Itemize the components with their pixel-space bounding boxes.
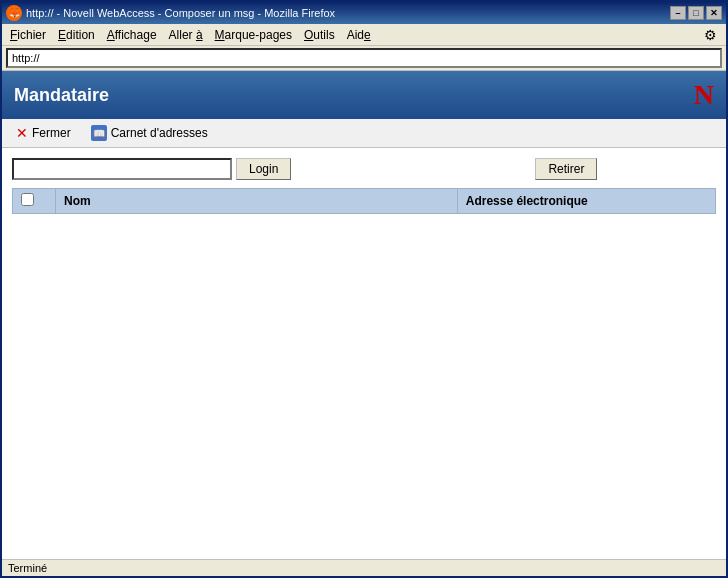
nom-column-header: Nom (56, 189, 458, 214)
close-button[interactable]: ✕ (706, 6, 722, 20)
maximize-button[interactable]: □ (688, 6, 704, 20)
mandataire-table: Nom Adresse électronique (12, 188, 716, 214)
toolbar: ✕ Fermer 📖 Carnet d'adresses (2, 119, 726, 148)
retirer-button[interactable]: Retirer (535, 158, 597, 180)
menu-affichage[interactable]: Affichage (101, 26, 163, 44)
gear-icon: ⚙ (700, 25, 720, 45)
close-icon: ✕ (16, 125, 28, 141)
checkbox-column-header (13, 189, 56, 214)
menu-aide[interactable]: Aide (341, 26, 377, 44)
menu-edition[interactable]: Edition (52, 26, 101, 44)
status-bar: Terminé (2, 559, 726, 576)
select-all-checkbox[interactable] (21, 193, 34, 206)
status-text: Terminé (8, 562, 47, 574)
search-input[interactable] (12, 158, 232, 180)
minimize-button[interactable]: – (670, 6, 686, 20)
close-button[interactable]: ✕ Fermer (10, 123, 77, 143)
address-book-button[interactable]: 📖 Carnet d'adresses (85, 123, 214, 143)
search-row: Login Retirer (12, 158, 716, 180)
close-label: Fermer (32, 126, 71, 140)
window-title: http:// - Novell WebAccess - Composer un… (26, 7, 335, 19)
window-controls: – □ ✕ (670, 6, 722, 20)
menu-fichier[interactable]: Fichier (4, 26, 52, 44)
address-book-icon: 📖 (91, 125, 107, 141)
menu-outils[interactable]: Outils (298, 26, 341, 44)
firefox-icon: 🦊 (6, 5, 22, 21)
url-input[interactable] (6, 48, 722, 68)
url-bar (2, 46, 726, 71)
menu-bar-right: ⚙ (700, 25, 724, 45)
address-book-label: Carnet d'adresses (111, 126, 208, 140)
menu-marque-pages[interactable]: Marque-pages (209, 26, 298, 44)
email-column-header: Adresse électronique (457, 189, 715, 214)
menu-bar: Fichier Edition Affichage Aller à Marque… (2, 24, 726, 46)
title-bar-left: 🦊 http:// - Novell WebAccess - Composer … (6, 5, 335, 21)
menu-aller[interactable]: Aller à (163, 26, 209, 44)
page-header: Mandataire N (2, 71, 726, 119)
novell-logo: N (694, 79, 714, 111)
content-area: Login Retirer Nom Adresse électronique (2, 148, 726, 559)
table-header-row: Nom Adresse électronique (13, 189, 716, 214)
browser-window: 🦊 http:// - Novell WebAccess - Composer … (0, 0, 728, 578)
login-button[interactable]: Login (236, 158, 291, 180)
page-title: Mandataire (14, 85, 109, 106)
title-bar: 🦊 http:// - Novell WebAccess - Composer … (2, 2, 726, 24)
